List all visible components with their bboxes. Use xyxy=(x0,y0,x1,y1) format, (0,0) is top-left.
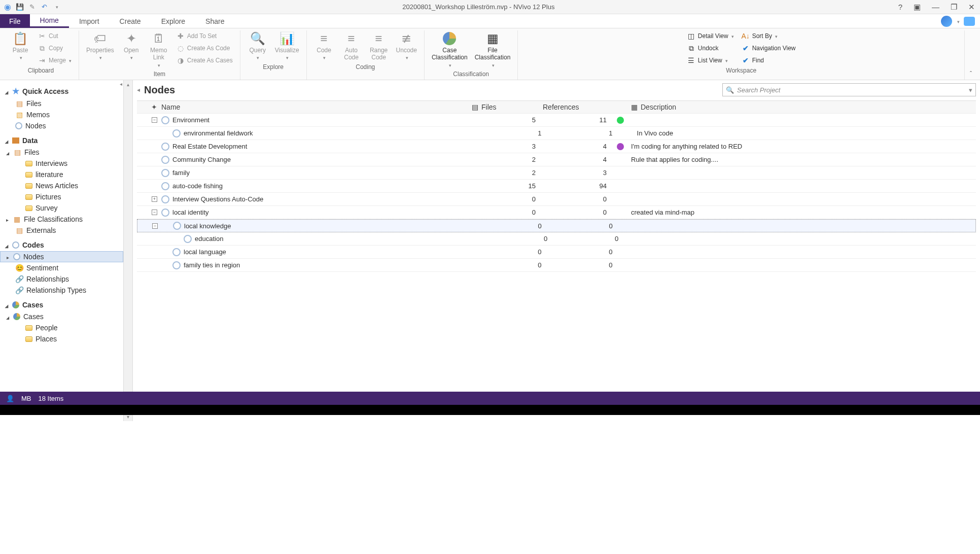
col-name-label: Name xyxy=(161,103,180,111)
minimize-button[interactable]: — xyxy=(930,3,941,12)
nav-news[interactable]: News Articles xyxy=(0,180,123,191)
nav-codes-nodes[interactable]: Nodes xyxy=(0,251,123,262)
nav-qa-files[interactable]: ▤Files xyxy=(0,98,123,109)
nav-quick-access[interactable]: ★Quick Access xyxy=(0,84,123,98)
tab-file[interactable]: File xyxy=(0,14,30,28)
maximize-to-window-icon[interactable]: ▣ xyxy=(912,3,923,12)
table-row[interactable]: family23 xyxy=(137,166,976,180)
nav-pictures[interactable]: Pictures xyxy=(0,191,123,202)
col-files[interactable]: ▤Files xyxy=(472,103,543,111)
cut-button[interactable]: ✂Cut xyxy=(36,30,74,42)
properties-button[interactable]: 🏷Properties xyxy=(84,30,116,62)
visualize-label: Visualize xyxy=(275,47,299,54)
table-row[interactable]: Community Change24Rule that applies for … xyxy=(137,153,976,166)
nav-file-class-label: File Classifications xyxy=(24,215,83,223)
table-row[interactable]: +Interview Questions Auto-Code00 xyxy=(137,193,976,206)
feedback-icon[interactable] xyxy=(964,17,975,26)
nav-externals[interactable]: ▤Externals xyxy=(0,225,123,236)
nav-qa-nodes[interactable]: Nodes xyxy=(0,120,123,131)
col-name[interactable]: Name xyxy=(159,103,472,111)
auto-code-button[interactable]: ≡Auto Code xyxy=(339,30,364,62)
search-dropdown-icon[interactable]: ▾ xyxy=(969,86,972,94)
scroll-up-icon[interactable]: ▴ xyxy=(127,80,129,89)
expand-icon[interactable]: − xyxy=(152,223,158,229)
case-classification-button[interactable]: Case Classification xyxy=(430,30,470,70)
list-view-button[interactable]: ☰List View xyxy=(685,55,736,66)
save-icon[interactable]: 💾 xyxy=(15,3,24,12)
nav-sentiment[interactable]: 😊Sentiment xyxy=(0,262,123,273)
find-button[interactable]: ✔Find xyxy=(739,55,798,66)
nav-codes-nodes-label: Nodes xyxy=(23,253,44,261)
detail-view-button[interactable]: ◫Detail View xyxy=(685,30,736,42)
tab-create[interactable]: Create xyxy=(110,14,151,28)
restore-button[interactable]: ❐ xyxy=(949,3,959,12)
table-row[interactable]: family ties in region00 xyxy=(137,259,976,272)
col-refs[interactable]: References xyxy=(543,103,614,111)
nav-cases[interactable]: Cases xyxy=(0,299,123,311)
nav-data-files[interactable]: ▤Files xyxy=(0,147,123,158)
create-as-cases-button[interactable]: ◑Create As Cases xyxy=(174,55,235,66)
content-back-icon[interactable]: ◂ xyxy=(137,86,140,93)
create-as-code-button[interactable]: ◌Create As Code xyxy=(174,43,235,54)
expand-icon[interactable]: − xyxy=(152,117,157,123)
table-row[interactable]: auto-code fishing1594 xyxy=(137,180,976,193)
query-button[interactable]: 🔍Query xyxy=(246,30,270,62)
table-row[interactable]: −local knowledge00 xyxy=(137,219,976,232)
table-row[interactable]: environmental fieldwork11In Vivo code xyxy=(137,127,976,140)
add-to-set-button[interactable]: ✚Add To Set xyxy=(174,30,235,42)
nav-file-classifications[interactable]: ▦File Classifications xyxy=(0,214,123,225)
nav-collapse-icon[interactable]: ◂ xyxy=(120,81,122,87)
nav-literature[interactable]: literature xyxy=(0,169,123,180)
nav-cases-cases[interactable]: Cases xyxy=(0,311,123,322)
sort-by-button[interactable]: A↓Sort By xyxy=(739,30,798,42)
nav-places[interactable]: Places xyxy=(0,333,123,344)
table-row[interactable]: local language00 xyxy=(137,246,976,259)
table-row[interactable]: education00 xyxy=(137,232,976,246)
nav-people[interactable]: People xyxy=(0,322,123,333)
tab-import[interactable]: Import xyxy=(69,14,110,28)
nav-codes-label: Codes xyxy=(22,241,44,249)
open-button[interactable]: ✦Open xyxy=(119,30,144,62)
memo-link-button[interactable]: 🗓Memo Link xyxy=(147,30,171,70)
globe-menu-icon[interactable] xyxy=(956,17,960,25)
nav-scrollbar[interactable]: ▴ ▾ xyxy=(124,80,133,421)
expand-icon[interactable]: + xyxy=(152,196,157,202)
nav-survey[interactable]: Survey xyxy=(0,202,123,214)
table-row[interactable]: Real Estate Development34I'm coding for … xyxy=(137,140,976,153)
tab-home[interactable]: Home xyxy=(30,14,69,28)
nav-relationships[interactable]: 🔗Relationships xyxy=(0,273,123,285)
table-row[interactable]: −Environment511 xyxy=(137,114,976,127)
help-icon[interactable]: ? xyxy=(896,3,904,12)
qat-customize-icon[interactable] xyxy=(52,3,61,12)
navigation-view-button[interactable]: ✔Navigation View xyxy=(739,43,798,54)
ribbon-collapse-icon[interactable]: ˆ xyxy=(965,68,977,80)
undock-button[interactable]: ⧉Undock xyxy=(685,43,736,54)
nav-cases-hdr-label: Cases xyxy=(22,301,43,309)
copy-button[interactable]: ⧉Copy xyxy=(36,43,74,54)
nav-codes[interactable]: Codes xyxy=(0,239,123,251)
merge-button[interactable]: ⇥Merge xyxy=(36,55,74,66)
search-input[interactable]: 🔍 Search Project ▾ xyxy=(722,83,976,96)
range-code-button[interactable]: ≡Range Code xyxy=(367,30,391,62)
classification-group-label: Classification xyxy=(453,70,489,79)
code-button[interactable]: ≡Code xyxy=(312,30,336,62)
cell-refs: 0 xyxy=(543,195,614,203)
edit-icon[interactable]: ✎ xyxy=(27,3,37,12)
col-desc[interactable]: ▦Description xyxy=(627,103,976,111)
nav-interviews[interactable]: Interviews xyxy=(0,158,123,169)
visualize-button[interactable]: 📊Visualize xyxy=(273,30,301,62)
globe-icon[interactable] xyxy=(941,16,952,27)
undo-icon[interactable]: ↶ xyxy=(40,3,49,12)
table-row[interactable]: −local identity00created via mind-map xyxy=(137,206,976,219)
tab-explore[interactable]: Explore xyxy=(151,14,195,28)
file-classification-button[interactable]: ▦File Classification xyxy=(473,30,513,70)
nav-qa-memos[interactable]: ▧Memos xyxy=(0,109,123,120)
nav-relationship-types[interactable]: 🔗Relationship Types xyxy=(0,285,123,296)
tab-share[interactable]: Share xyxy=(195,14,234,28)
nav-survey-label: Survey xyxy=(36,204,58,212)
nav-data[interactable]: Data xyxy=(0,134,123,147)
close-button[interactable]: ✕ xyxy=(966,3,977,12)
uncode-button[interactable]: ≢Uncode xyxy=(394,30,419,62)
paste-button[interactable]: 📋 Paste xyxy=(8,30,32,62)
expand-icon[interactable]: − xyxy=(152,210,157,215)
